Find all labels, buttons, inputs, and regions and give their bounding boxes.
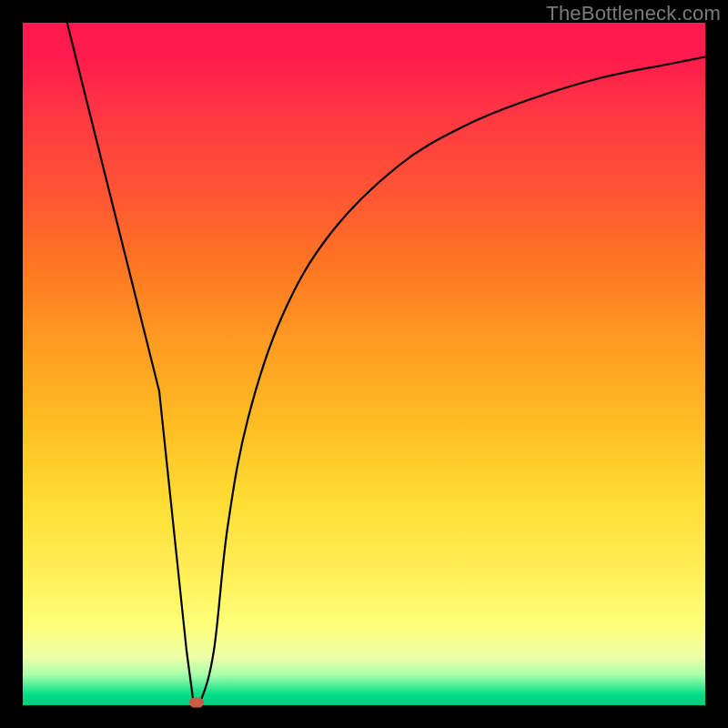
chart-frame: TheBottleneck.com bbox=[0, 0, 728, 728]
optimal-point-marker bbox=[189, 698, 204, 708]
bottleneck-curve bbox=[23, 23, 705, 705]
watermark-text: TheBottleneck.com bbox=[546, 2, 721, 25]
